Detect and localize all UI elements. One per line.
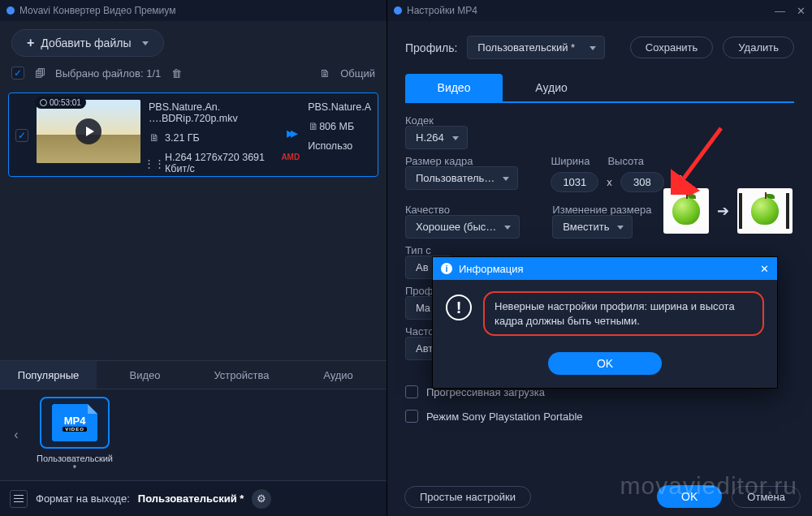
- width-input[interactable]: 1031: [551, 172, 598, 192]
- file-name: PBS.Nature.An. ….BDRip.720p.mkv: [149, 101, 273, 124]
- amd-badge: AMD: [281, 153, 300, 161]
- add-files-label: Добавить файлы: [41, 37, 131, 49]
- format-bar: Формат на выходе: Пользовательский * ⚙: [0, 480, 387, 516]
- simple-settings-button[interactable]: Простые настройки: [404, 486, 531, 508]
- file-icon: 🗎: [319, 67, 330, 79]
- resize-label: Изменение размера: [552, 204, 651, 216]
- ok-button[interactable]: OK: [657, 485, 722, 508]
- file-checkbox[interactable]: [15, 129, 28, 142]
- preview-before: [663, 188, 709, 234]
- tab-video-settings[interactable]: Видео: [405, 74, 503, 101]
- format-label: Формат на выходе:: [36, 492, 130, 505]
- preset-label: Пользовательский *: [37, 454, 113, 473]
- info-icon: ⋮⋮: [149, 157, 160, 169]
- type-label: Тип с: [405, 244, 452, 256]
- close-icon[interactable]: ✕: [760, 263, 769, 275]
- info-title: Информация: [459, 263, 524, 275]
- video-audio-tabs: Видео Аудио: [405, 74, 794, 103]
- out-file-size: 806 МБ: [319, 121, 354, 132]
- quality-dropdown[interactable]: Хорошее (быс…: [405, 215, 520, 239]
- profile-label: Профиль:: [405, 41, 457, 54]
- preview-after: [737, 188, 793, 234]
- frame-size-label: Размер кадра: [405, 155, 518, 167]
- progressive-checkbox[interactable]: [405, 385, 418, 398]
- selected-count: Выбрано файлов: 1/1: [55, 67, 161, 80]
- link-aspect-icon[interactable]: [672, 175, 684, 190]
- resize-dropdown[interactable]: Вместить: [552, 215, 633, 239]
- convert-arrow-icon: ▸▸: [287, 124, 295, 142]
- height-input[interactable]: 308: [620, 172, 664, 192]
- format-value: Пользовательский *: [138, 492, 244, 505]
- play-icon[interactable]: [76, 118, 102, 144]
- info-icon: i: [441, 263, 452, 274]
- settings-titlebar: Настройки MP4 — ✕: [387, 0, 812, 21]
- out-use: Использо: [308, 140, 371, 152]
- mp4-icon: MP4 VIDEO: [52, 404, 97, 441]
- codec-label: Кодек: [405, 114, 794, 127]
- selection-strip: 🗐 Выбрано файлов: 1/1 🗑 🗎 Общий: [0, 62, 387, 88]
- info-ok-button[interactable]: OK: [548, 352, 662, 375]
- frame-size-dropdown[interactable]: Пользователь…: [405, 166, 518, 190]
- files-icon: 🗐: [34, 67, 45, 79]
- tab-audio-settings[interactable]: Аудио: [503, 74, 600, 101]
- format-tabs: Популярные Видео Устройства Аудио: [0, 360, 387, 389]
- clock-icon: [40, 99, 47, 106]
- plus-icon: +: [27, 36, 34, 50]
- height-label: Высота: [607, 155, 644, 167]
- exclamation-icon: !: [446, 295, 472, 320]
- cancel-button[interactable]: Отмена: [732, 486, 801, 508]
- tab-video[interactable]: Видео: [97, 361, 193, 389]
- codec-dropdown[interactable]: H.264: [405, 126, 468, 149]
- tab-audio[interactable]: Аудио: [290, 361, 387, 389]
- quality-label: Качество: [405, 204, 520, 216]
- settings-title: Настройки MP4: [407, 5, 477, 16]
- save-button[interactable]: Сохранить: [630, 37, 714, 58]
- add-files-button[interactable]: + Добавить файлы: [11, 29, 164, 57]
- info-dialog: i Информация ✕ ! Неверные настройки проф…: [432, 256, 778, 389]
- main-titlebar: Movavi Конвертер Видео Премиум: [0, 0, 387, 21]
- file-info: PBS.Nature.An. ….BDRip.720p.mkv 🗎3.21 ГБ…: [149, 100, 273, 174]
- minimize-icon[interactable]: —: [775, 5, 785, 17]
- chevron-down-icon: [142, 41, 149, 45]
- psp-checkbox[interactable]: [405, 410, 418, 423]
- menu-icon[interactable]: [10, 490, 28, 508]
- out-file-name: PBS.Nature.A: [308, 101, 371, 113]
- info-message: Неверные настройки профиля: ширина и выс…: [483, 291, 764, 336]
- app-title: Movavi Конвертер Видео Премиум: [19, 5, 175, 16]
- profile-dropdown[interactable]: Пользовательский *: [467, 36, 605, 59]
- app-logo-icon: [394, 6, 402, 15]
- file-row[interactable]: 00:53:01 PBS.Nature.An. ….BDRip.720p.mkv…: [8, 92, 378, 177]
- preset-card[interactable]: MP4 VIDEO Пользовательский *: [34, 397, 115, 473]
- doc-icon: 🗎: [308, 121, 319, 132]
- close-icon[interactable]: ✕: [797, 5, 806, 17]
- profile-row: Профиль: Пользовательский * Сохранить Уд…: [387, 21, 812, 71]
- tab-popular[interactable]: Популярные: [0, 361, 97, 389]
- output-info: PBS.Nature.A 🗎806 МБ Использо: [308, 100, 371, 152]
- main-window: Movavi Конвертер Видео Премиум + Добавит…: [0, 0, 387, 516]
- arrow-right-icon: ➔: [717, 202, 729, 220]
- general-label: Общий: [340, 67, 375, 80]
- file-thumbnail[interactable]: [37, 100, 140, 163]
- app-logo-icon: [6, 6, 15, 15]
- info-dialog-header[interactable]: i Информация ✕: [433, 257, 777, 280]
- duration-badge: 00:53:01: [35, 97, 86, 109]
- file-stream-info: H.264 1276x720 3691 Кбит/с: [165, 152, 273, 174]
- psp-label: Режим Sony Playstation Portable: [426, 411, 583, 423]
- gear-icon[interactable]: ⚙: [252, 489, 271, 509]
- x-separator: x: [607, 176, 612, 188]
- toolbar: + Добавить файлы: [0, 21, 387, 62]
- psp-row[interactable]: Режим Sony Playstation Portable: [405, 410, 794, 423]
- delete-button[interactable]: Удалить: [723, 37, 794, 58]
- trash-icon[interactable]: 🗑: [171, 67, 182, 79]
- settings-footer: Простые настройки OK Отмена: [404, 485, 801, 508]
- file-size: 3.21 ГБ: [165, 132, 200, 144]
- select-all-checkbox[interactable]: [11, 67, 24, 80]
- preset-strip: ‹ MP4 VIDEO Пользовательский *: [0, 389, 387, 480]
- tab-devices[interactable]: Устройства: [193, 361, 290, 389]
- preset-prev[interactable]: ‹: [8, 411, 24, 459]
- doc-icon: 🗎: [149, 132, 160, 144]
- width-label: Ширина: [551, 155, 590, 167]
- resize-preview: ➔: [663, 188, 793, 234]
